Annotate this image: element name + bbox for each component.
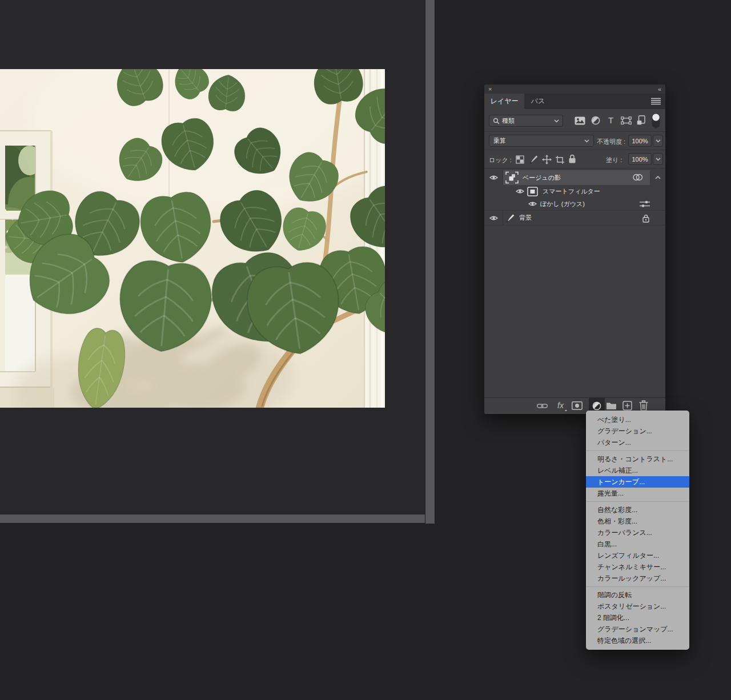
lock-artboard-icon[interactable] (555, 155, 565, 164)
add-layer-mask-icon[interactable] (572, 401, 583, 410)
menu-item-color-lookup[interactable]: カラールックアップ... (586, 573, 689, 584)
visibility-toggle[interactable] (484, 211, 503, 225)
fill-label: 塗り : (606, 156, 622, 164)
collapse-smart-filters-button[interactable] (650, 170, 665, 185)
lock-transparency-icon[interactable] (516, 155, 524, 164)
filter-type-label: 種類 (502, 116, 515, 125)
opacity-label: 不透明度 : (597, 138, 625, 146)
delete-layer-trash-icon[interactable] (639, 400, 648, 411)
lock-row: ロック : 塗り : 100% (484, 150, 665, 168)
new-layer-icon[interactable] (622, 401, 632, 411)
new-group-folder-icon[interactable] (606, 401, 617, 410)
menu-item-levels[interactable]: レベル補正... (586, 465, 689, 476)
panel-close-icon[interactable]: × (488, 86, 494, 92)
menu-item-curves[interactable]: トーンカーブ... (586, 476, 689, 488)
chevron-down-icon (656, 139, 661, 143)
chevron-down-icon (584, 139, 589, 143)
blend-mode-value: 乗算 (493, 136, 506, 145)
eye-icon[interactable] (528, 201, 537, 207)
menu-item-channel-mixer[interactable]: チャンネルミキサー... (586, 561, 689, 573)
panel-collapse-icon[interactable]: « (658, 86, 661, 92)
filter-name: ぼかし (ガウス) (540, 200, 585, 208)
filter-smart-objects-icon[interactable] (637, 115, 645, 125)
horizontal-scrollbar[interactable] (0, 514, 425, 524)
filter-pixel-layers-icon[interactable] (575, 116, 585, 125)
fill-input[interactable]: 100% (628, 153, 652, 165)
gaussian-blur-row[interactable]: ぼかし (ガウス) (484, 198, 665, 210)
menu-item-photo-filter[interactable]: レンズフィルター... (586, 550, 689, 561)
chevron-down-icon (554, 119, 559, 123)
menu-item-posterize[interactable]: ポスタリゼーション... (586, 601, 689, 612)
menu-separator (586, 501, 689, 502)
svg-text:T: T (608, 116, 613, 125)
smart-object-thumbnail[interactable] (505, 171, 519, 184)
filter-adjustment-layers-icon[interactable] (591, 116, 600, 125)
tab-paths[interactable]: パス (524, 94, 552, 109)
brush-thumbnail-icon (506, 214, 515, 223)
menu-item-solid-color[interactable]: べた塗り... (586, 414, 689, 425)
filter-type-select[interactable]: 種類 (489, 115, 563, 127)
fill-value: 100% (632, 156, 648, 163)
document-canvas-photo[interactable] (0, 69, 385, 408)
layer-row-background[interactable]: 背景 (484, 211, 665, 226)
adjustment-layer-icon (592, 401, 601, 411)
filter-row: 種類 T (484, 109, 665, 132)
opacity-dropdown-button[interactable] (653, 135, 663, 147)
filter-shape-layers-icon[interactable] (621, 116, 632, 125)
opacity-input[interactable]: 100% (628, 135, 652, 147)
menu-item-pattern[interactable]: パターン... (586, 437, 689, 448)
menu-item-gradient[interactable]: グラデーション... (586, 425, 689, 437)
menu-item-brightness-contrast[interactable]: 明るさ・コントラスト... (586, 453, 689, 465)
menu-item-threshold[interactable]: 2 階調化... (586, 612, 689, 623)
menu-item-exposure[interactable]: 露光量... (586, 488, 689, 499)
filter-type-layers-icon[interactable]: T (607, 116, 615, 125)
panel-title-bar: × « (484, 85, 665, 94)
opacity-value: 100% (632, 138, 648, 144)
layer-name: ベージュの影 (523, 174, 561, 182)
adjustment-layer-menu: べた塗り... グラデーション... パターン... 明るさ・コントラスト...… (586, 411, 689, 650)
search-icon (493, 118, 500, 124)
lock-pixels-brush-icon[interactable] (529, 155, 538, 164)
layers-panel: × « レイヤー パス 種類 (484, 85, 665, 414)
menu-separator (586, 450, 689, 451)
menu-item-vibrance[interactable]: 自然な彩度... (586, 504, 689, 516)
lock-label: ロック : (489, 156, 512, 164)
chevron-up-icon (655, 176, 661, 179)
lock-all-icon[interactable] (568, 154, 576, 164)
layer-style-fx-icon[interactable]: fx (556, 400, 569, 412)
smart-filters-row[interactable]: スマートフィルター (484, 185, 665, 198)
smart-filter-badge-icon[interactable] (632, 174, 644, 181)
lock-position-move-icon[interactable] (542, 155, 552, 164)
eye-icon (489, 175, 498, 180)
visibility-toggle[interactable] (484, 170, 503, 185)
menu-item-selective-color[interactable]: 特定色域の選択... (586, 635, 689, 646)
layer-list: ベージュの影 スマートフィルター (484, 168, 665, 397)
vertical-scrollbar[interactable] (425, 0, 435, 524)
smart-filters-label: スマートフィルター (543, 187, 600, 196)
layer-row-beige-shadow[interactable]: ベージュの影 (484, 170, 665, 185)
menu-separator (586, 586, 689, 587)
filter-toggle[interactable] (652, 113, 660, 128)
layer-name: 背景 (519, 214, 532, 222)
blend-mode-select[interactable]: 乗算 (489, 135, 594, 147)
blend-row: 乗算 不透明度 : 100% (484, 132, 665, 150)
menu-item-black-white[interactable]: 白黒... (586, 538, 689, 550)
chevron-down-icon (656, 158, 661, 161)
fill-dropdown-button[interactable] (653, 153, 663, 165)
filter-blending-options-icon[interactable] (640, 200, 650, 208)
menu-item-gradient-map[interactable]: グラデーションマップ... (586, 623, 689, 635)
svg-text:fx: fx (557, 401, 564, 410)
panel-tab-bar: レイヤー パス (484, 94, 665, 109)
tab-layers[interactable]: レイヤー (484, 94, 524, 109)
eye-icon (489, 215, 498, 221)
eye-icon[interactable] (516, 188, 524, 194)
menu-item-color-balance[interactable]: カラーバランス... (586, 527, 689, 538)
filter-mask-thumbnail[interactable] (527, 187, 538, 196)
link-layers-icon[interactable] (537, 403, 548, 409)
panel-menu-icon[interactable] (651, 98, 661, 105)
menu-item-hue-saturation[interactable]: 色相・彩度... (586, 516, 689, 527)
menu-item-invert[interactable]: 階調の反転 (586, 589, 689, 601)
lock-icon[interactable] (642, 214, 649, 223)
